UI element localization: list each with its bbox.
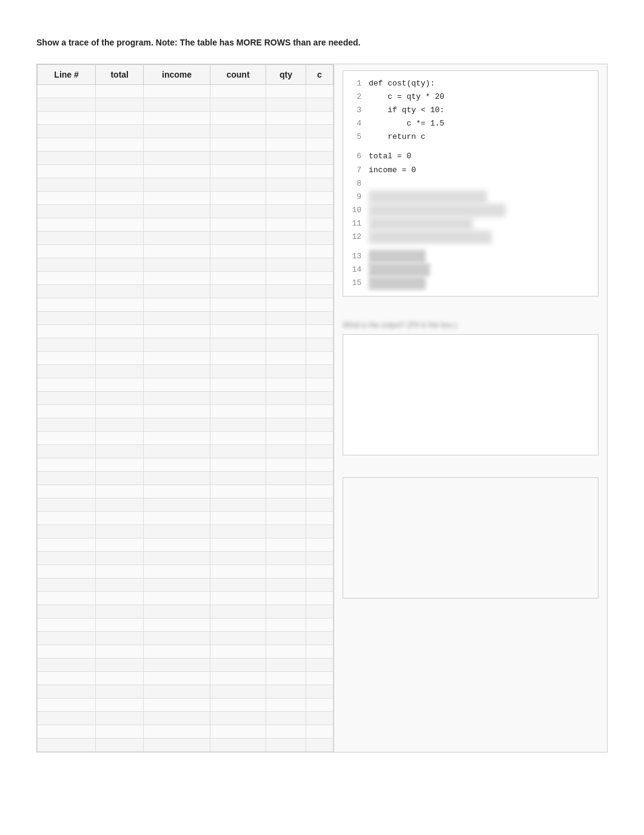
table-cell[interactable] (306, 272, 333, 285)
table-cell[interactable] (306, 298, 333, 312)
table-cell[interactable] (38, 205, 96, 218)
table-cell[interactable] (266, 672, 306, 685)
table-cell[interactable] (144, 592, 210, 605)
table-cell[interactable] (144, 138, 210, 152)
table-cell[interactable] (306, 712, 333, 725)
table-cell[interactable] (38, 525, 96, 538)
table-cell[interactable] (306, 112, 333, 125)
table-cell[interactable] (144, 739, 210, 752)
table-cell[interactable] (306, 632, 333, 645)
table-cell[interactable] (210, 432, 266, 445)
table-cell[interactable] (38, 352, 96, 365)
table-cell[interactable] (306, 205, 333, 218)
table-cell[interactable] (96, 312, 144, 325)
table-cell[interactable] (144, 218, 210, 232)
table-cell[interactable] (38, 298, 96, 312)
table-cell[interactable] (96, 685, 144, 699)
table-cell[interactable] (96, 272, 144, 285)
table-cell[interactable] (144, 272, 210, 285)
table-cell[interactable] (266, 392, 306, 405)
table-cell[interactable] (96, 512, 144, 525)
table-cell[interactable] (306, 578, 333, 592)
table-cell[interactable] (266, 378, 306, 392)
table-cell[interactable] (210, 725, 266, 739)
table-cell[interactable] (306, 445, 333, 458)
table-cell[interactable] (96, 112, 144, 125)
table-cell[interactable] (38, 178, 96, 192)
table-cell[interactable] (266, 98, 306, 112)
table-cell[interactable] (210, 312, 266, 325)
table-cell[interactable] (96, 485, 144, 498)
table-cell[interactable] (38, 112, 96, 125)
table-cell[interactable] (306, 418, 333, 432)
table-cell[interactable] (96, 338, 144, 352)
table-cell[interactable] (96, 712, 144, 725)
table-cell[interactable] (38, 138, 96, 152)
table-cell[interactable] (210, 699, 266, 712)
table-cell[interactable] (144, 178, 210, 192)
table-cell[interactable] (306, 218, 333, 232)
table-cell[interactable] (38, 98, 96, 112)
table-cell[interactable] (38, 125, 96, 138)
table-cell[interactable] (306, 258, 333, 272)
table-cell[interactable] (38, 739, 96, 752)
table-cell[interactable] (144, 352, 210, 365)
table-cell[interactable] (38, 218, 96, 232)
table-cell[interactable] (306, 659, 333, 672)
table-cell[interactable] (96, 592, 144, 605)
table-cell[interactable] (306, 378, 333, 392)
table-cell[interactable] (306, 685, 333, 699)
table-cell[interactable] (96, 178, 144, 192)
table-cell[interactable] (266, 512, 306, 525)
table-cell[interactable] (306, 392, 333, 405)
table-cell[interactable] (96, 245, 144, 258)
table-cell[interactable] (266, 552, 306, 565)
table-cell[interactable] (210, 592, 266, 605)
table-cell[interactable] (144, 418, 210, 432)
table-cell[interactable] (266, 458, 306, 472)
table-cell[interactable] (266, 138, 306, 152)
table-cell[interactable] (266, 578, 306, 592)
table-cell[interactable] (38, 258, 96, 272)
table-cell[interactable] (210, 512, 266, 525)
table-cell[interactable] (96, 472, 144, 485)
table-cell[interactable] (38, 645, 96, 659)
table-cell[interactable] (306, 85, 333, 98)
table-cell[interactable] (38, 392, 96, 405)
table-cell[interactable] (266, 325, 306, 338)
table-cell[interactable] (306, 245, 333, 258)
table-cell[interactable] (210, 458, 266, 472)
table-cell[interactable] (38, 619, 96, 632)
table-cell[interactable] (306, 458, 333, 472)
table-cell[interactable] (38, 232, 96, 245)
table-cell[interactable] (210, 352, 266, 365)
table-cell[interactable] (144, 98, 210, 112)
table-cell[interactable] (306, 565, 333, 578)
table-cell[interactable] (144, 338, 210, 352)
table-cell[interactable] (38, 472, 96, 485)
table-cell[interactable] (144, 712, 210, 725)
table-cell[interactable] (144, 192, 210, 205)
table-cell[interactable] (266, 352, 306, 365)
table-cell[interactable] (266, 699, 306, 712)
table-cell[interactable] (210, 165, 266, 178)
table-cell[interactable] (96, 432, 144, 445)
table-cell[interactable] (38, 498, 96, 512)
table-cell[interactable] (266, 405, 306, 418)
table-cell[interactable] (306, 312, 333, 325)
table-cell[interactable] (96, 218, 144, 232)
table-cell[interactable] (96, 498, 144, 512)
table-cell[interactable] (96, 125, 144, 138)
table-cell[interactable] (210, 112, 266, 125)
table-cell[interactable] (210, 392, 266, 405)
table-cell[interactable] (96, 565, 144, 578)
table-cell[interactable] (96, 739, 144, 752)
table-cell[interactable] (266, 258, 306, 272)
table-cell[interactable] (306, 432, 333, 445)
table-cell[interactable] (144, 165, 210, 178)
table-cell[interactable] (266, 338, 306, 352)
table-cell[interactable] (38, 312, 96, 325)
table-cell[interactable] (144, 392, 210, 405)
table-cell[interactable] (266, 418, 306, 432)
table-cell[interactable] (96, 258, 144, 272)
